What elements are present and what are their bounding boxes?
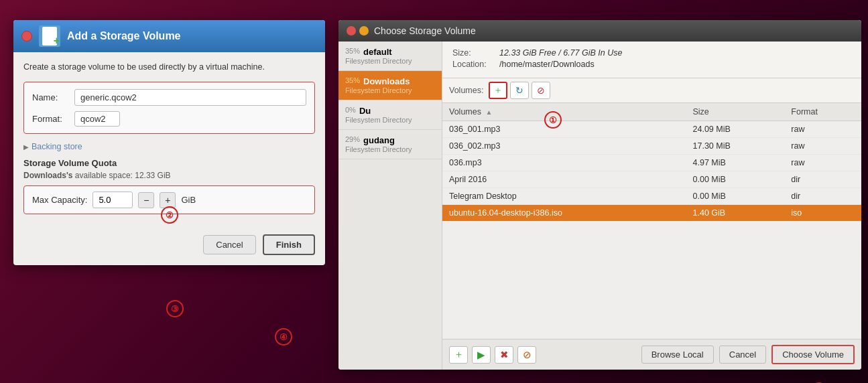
pool-name: gudang [363, 135, 395, 145]
cancel-button[interactable]: Cancel [203, 235, 255, 254]
stop-button[interactable]: ✖ [495, 346, 513, 364]
browse-local-button[interactable]: Browse Local [641, 346, 714, 364]
pause-icon: ⊘ [523, 349, 532, 361]
pool-type: Filesystem Directory [345, 86, 435, 94]
start-button[interactable]: ▶ [472, 346, 491, 364]
col-size: Size [686, 103, 785, 121]
table-body: 036_001.mp3 24.09 MiB raw 036_002.mp3 17… [442, 121, 861, 222]
minimize-button[interactable] [359, 26, 369, 35]
choose-volume-button[interactable]: Choose Volume [771, 345, 855, 364]
finish-button[interactable]: Finish [263, 234, 315, 255]
volume-panel: Size: 12.33 GiB Free / 6.77 GiB In Use L… [442, 42, 861, 370]
name-label: Name: [32, 92, 69, 102]
quota-title: Storage Volume Quota [23, 158, 315, 168]
plus-icon: ＋ [454, 348, 464, 361]
vol-name: ubuntu-16.04-desktop-i386.iso [442, 205, 686, 222]
format-label: Format: [32, 114, 69, 124]
pool-type: Filesystem Directory [345, 145, 435, 153]
close-button[interactable] [347, 26, 356, 35]
storage-pools-list: 35% default Filesystem Directory 35% Dow… [338, 42, 442, 370]
vol-format: raw [784, 121, 861, 138]
capacity-input[interactable] [92, 192, 133, 208]
right-titlebar: Choose Storage Volume [338, 20, 861, 42]
table-header: Volumes ▲ Size Format [442, 103, 861, 121]
annotation-1: ① [544, 111, 562, 129]
size-key: Size: [452, 48, 496, 58]
annotation-3: ③ [166, 300, 184, 317]
pause-button[interactable]: ⊘ [517, 346, 536, 364]
right-footer: ＋ ▶ ✖ ⊘ Browse Local [442, 339, 861, 370]
col-format: Format [784, 103, 861, 121]
increment-button[interactable]: + [160, 192, 176, 208]
table-row[interactable]: 036_002.mp3 17.30 MiB raw [442, 138, 861, 155]
vol-format: dir [784, 171, 861, 188]
pool-percent: 29% [345, 135, 360, 143]
quota-subtitle: Downloads's available space: 12.33 GiB [23, 171, 315, 180]
pool-item-du[interactable]: 0% Du Filesystem Directory [338, 100, 442, 130]
volumes-label: Volumes: [449, 86, 483, 95]
volume-icon [42, 27, 57, 46]
location-row: Location: /home/master/Downloads [452, 60, 851, 69]
table-row[interactable]: Telegram Desktop 0.00 MiB dir [442, 188, 861, 205]
sort-arrow-icon: ▲ [485, 108, 492, 116]
dialog-footer: Cancel Finish [13, 234, 325, 265]
vol-format: raw [784, 155, 861, 171]
capacity-unit: GiB [181, 195, 196, 205]
size-value: 12.33 GiB Free / 6.77 GiB In Use [499, 48, 622, 58]
delete-volume-button[interactable]: ⊘ [532, 82, 550, 99]
backing-store-toggle[interactable]: ▶ Backing store [23, 142, 315, 151]
vol-format: dir [784, 188, 861, 205]
capacity-label: Max Capacity: [32, 195, 87, 205]
vol-name: April 2016 [442, 171, 686, 188]
pool-item-downloads[interactable]: 35% Downloads Filesystem Directory [338, 71, 442, 100]
volume-toolbar: Volumes: ＋ ↻ ⊘ [442, 78, 861, 103]
pool-item-default[interactable]: 35% default Filesystem Directory [338, 42, 442, 71]
col-volumes[interactable]: Volumes ▲ [442, 103, 686, 121]
choose-storage-volume-dialog: Choose Storage Volume 35% default Filesy… [338, 20, 861, 370]
refresh-button[interactable]: ↻ [510, 82, 529, 99]
annotation-2: ② [161, 206, 178, 224]
format-select-wrap: qcow2 raw vmdk [74, 111, 120, 127]
decrement-button[interactable]: − [138, 192, 154, 208]
pool-name: default [363, 47, 392, 57]
format-select[interactable]: qcow2 raw vmdk [74, 111, 120, 127]
add-volume-button[interactable]: ＋ [489, 82, 507, 99]
play-icon: ▶ [477, 349, 485, 361]
dialog-title: Add a Storage Volume [67, 30, 181, 42]
plus-icon: ＋ [493, 84, 503, 96]
vol-size: 24.09 MiB [686, 121, 785, 138]
table-row-selected[interactable]: ubuntu-16.04-desktop-i386.iso 1.40 GiB i… [442, 205, 861, 222]
volume-info: Size: 12.33 GiB Free / 6.77 GiB In Use L… [442, 42, 861, 78]
cancel-button[interactable]: Cancel [719, 346, 766, 364]
pool-item-gudang[interactable]: 29% gudang Filesystem Directory [338, 130, 442, 159]
refresh-icon: ↻ [515, 85, 523, 96]
table-row[interactable]: 036_001.mp3 24.09 MiB raw [442, 121, 861, 138]
vol-format: raw [784, 138, 861, 155]
table-row[interactable]: April 2016 0.00 MiB dir [442, 171, 861, 188]
volume-table: Volumes ▲ Size Format 036_001.mp3 24.09 … [442, 103, 861, 339]
vol-name: 036_001.mp3 [442, 121, 686, 138]
close-button[interactable] [21, 31, 32, 42]
title-buttons [347, 26, 369, 35]
vol-name: Telegram Desktop [442, 188, 686, 205]
vol-name: 036_002.mp3 [442, 138, 686, 155]
backing-arrow-icon: ▶ [23, 143, 29, 151]
location-key: Location: [452, 60, 496, 69]
pool-type: Filesystem Directory [345, 116, 435, 124]
size-row: Size: 12.33 GiB Free / 6.77 GiB In Use [452, 48, 851, 58]
format-row: Format: qcow2 raw vmdk [32, 111, 306, 127]
add-storage-volume-dialog: Add a Storage Volume Create a storage vo… [13, 20, 325, 265]
location-value: /home/master/Downloads [499, 60, 595, 69]
dialog-titlebar: Add a Storage Volume [13, 20, 325, 52]
table-row[interactable]: 036.mp3 4.97 MiB raw [442, 155, 861, 171]
add-pool-button[interactable]: ＋ [449, 346, 468, 364]
vol-format: iso [784, 205, 861, 222]
name-input[interactable] [74, 89, 306, 106]
stop-icon: ✖ [500, 349, 509, 361]
delete-icon: ⊘ [537, 85, 545, 96]
vol-size: 1.40 GiB [686, 205, 785, 222]
pool-name: Du [359, 106, 371, 116]
dialog-icon [39, 25, 60, 47]
pool-percent: 0% [345, 106, 356, 114]
vol-size: 17.30 MiB [686, 138, 785, 155]
